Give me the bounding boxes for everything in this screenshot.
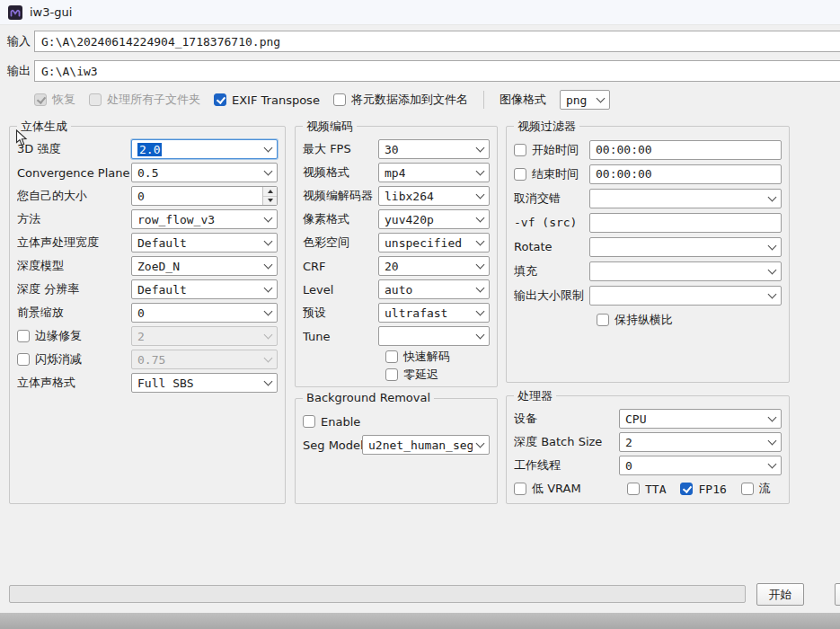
arrow-up-icon — [268, 190, 273, 193]
deinterlace-combobox[interactable] — [589, 189, 782, 208]
form-row: 最大 FPS 30 — [296, 137, 497, 161]
processor-group-title: 处理器 — [514, 388, 556, 404]
convergence-combobox[interactable]: 0.5 — [131, 163, 278, 182]
zero-latency-checkbox[interactable] — [385, 368, 398, 381]
depth-model-combobox[interactable]: ZoeD_N — [131, 256, 278, 276]
mouse-cursor — [15, 129, 28, 150]
spin-down-button[interactable] — [263, 196, 277, 206]
stream-checkbox[interactable] — [741, 483, 754, 495]
form-row: 闪烁消减 0.75 — [10, 348, 285, 371]
append-metadata-option: 将元数据添加到文件名 — [333, 92, 468, 108]
fp16-checkbox[interactable] — [680, 483, 693, 495]
method-combobox[interactable]: row_flow_v3 — [131, 209, 278, 229]
append-metadata-checkbox[interactable] — [333, 93, 346, 106]
spin-up-button[interactable] — [263, 187, 277, 196]
image-format-value: png — [566, 93, 587, 107]
exif-transpose-label: EXIF Transpose — [232, 93, 320, 107]
video-codec-combobox[interactable]: libx264 — [378, 186, 490, 206]
colorspace-value: unspecified — [385, 236, 462, 250]
output-row: 输出 G:\A\iw3 — [0, 60, 840, 82]
start-time-label: 开始时间 — [532, 142, 579, 158]
exif-transpose-option: EXIF Transpose — [214, 93, 320, 107]
form-row: 工作线程 0 — [507, 454, 789, 477]
pixel-format-combobox[interactable]: yuv420p — [378, 209, 490, 229]
stereo-width-combobox[interactable]: Default — [131, 233, 278, 252]
cropped-edge-button[interactable] — [835, 583, 840, 606]
start-button[interactable]: 开始 — [756, 583, 804, 606]
form-row: 深度 分辨率 Default — [10, 278, 285, 301]
form-row: 保持纵横比 — [507, 307, 789, 332]
foreground-scale-value: 0 — [137, 306, 145, 320]
exif-transpose-checkbox[interactable] — [214, 93, 226, 106]
end-time-value: 00:00:00 — [596, 167, 652, 181]
form-row: Tune — [296, 324, 497, 348]
input-label: 输入 — [7, 33, 34, 49]
level-combobox[interactable]: auto — [378, 279, 490, 299]
form-row: 像素格式 yuv420p — [296, 208, 497, 231]
max-fps-combobox[interactable]: 30 — [378, 139, 490, 159]
seg-model-combobox[interactable]: u2net_human_seg — [362, 435, 490, 455]
device-value: CPU — [625, 412, 646, 426]
form-row: 3D 强度 2.0 — [10, 137, 285, 161]
form-row: 取消交错 — [507, 186, 789, 210]
form-row: 结束时间 00:00:00 — [507, 162, 789, 186]
batch-size-combobox[interactable]: 2 — [619, 432, 782, 452]
filter-group-title: 视频过滤器 — [514, 119, 579, 135]
form-row: 深度 Batch Size 2 — [507, 430, 789, 454]
edge-fix-checkbox[interactable] — [17, 330, 30, 342]
input-path-field[interactable]: G:\A\20240614224904_1718376710.png — [34, 31, 840, 52]
preset-combobox[interactable]: ultrafast — [378, 303, 490, 323]
level-value: auto — [385, 283, 412, 297]
flicker-reduction-checkbox[interactable] — [17, 353, 30, 366]
form-row: 立体声处理宽度 Default — [10, 231, 285, 254]
subfolders-label: 处理所有子文件夹 — [107, 92, 200, 108]
seg-model-value: u2net_human_seg — [368, 439, 473, 452]
crf-combobox[interactable]: 20 — [378, 256, 490, 276]
rotate-combobox[interactable] — [589, 237, 782, 257]
input-row: 输入 G:\A\20240614224904_1718376710.png — [0, 31, 840, 52]
level-label: Level — [303, 283, 378, 297]
own-size-spinner[interactable]: 0 — [131, 186, 278, 206]
pad-label: 填充 — [514, 263, 589, 279]
end-time-field[interactable]: 00:00:00 — [589, 164, 782, 184]
strength-value: 2.0 — [137, 143, 162, 156]
colorspace-label: 色彩空间 — [303, 235, 378, 251]
flicker-reduction-label: 闪烁消减 — [35, 351, 82, 368]
device-label: 设备 — [514, 411, 619, 427]
keep-aspect-checkbox[interactable] — [597, 314, 609, 326]
video-codec-value: libx264 — [385, 190, 434, 203]
iw3-gui-window: { "window": { "title": "iw3-gui" }, "io"… — [0, 0, 840, 629]
device-combobox[interactable]: CPU — [619, 409, 782, 429]
vf-field[interactable] — [589, 213, 782, 233]
pad-combobox[interactable] — [589, 261, 782, 281]
fast-decode-checkbox[interactable] — [385, 350, 398, 363]
max-fps-label: 最大 FPS — [303, 141, 378, 157]
resume-label: 恢复 — [52, 92, 75, 108]
max-output-label: 输出大小限制 — [514, 288, 589, 304]
end-time-checkbox[interactable] — [514, 168, 526, 181]
bg-removal-enable-checkbox[interactable] — [303, 415, 315, 428]
workers-combobox[interactable]: 0 — [619, 456, 782, 475]
strength-combobox[interactable]: 2.0 — [131, 139, 278, 159]
video-format-combobox[interactable]: mp4 — [378, 163, 490, 182]
colorspace-combobox[interactable]: unspecified — [378, 233, 490, 252]
foreground-scale-combobox[interactable]: 0 — [131, 303, 278, 323]
stereo-format-combobox[interactable]: Full SBS — [131, 373, 278, 393]
depth-resolution-combobox[interactable]: Default — [131, 279, 278, 299]
batch-size-label: 深度 Batch Size — [514, 434, 619, 450]
start-time-field[interactable]: 00:00:00 — [589, 140, 782, 160]
max-output-combobox[interactable] — [589, 286, 782, 306]
video-format-label: 视频格式 — [303, 164, 378, 181]
form-row: 您自己的大小 0 — [10, 184, 285, 208]
stereo-format-label: 立体声格式 — [17, 375, 131, 391]
convergence-label: Convergence Plane — [17, 166, 131, 180]
start-time-value: 00:00:00 — [596, 143, 652, 156]
tune-label: Tune — [303, 330, 378, 343]
start-time-checkbox[interactable] — [514, 144, 526, 156]
low-vram-checkbox[interactable] — [514, 483, 526, 495]
convergence-value: 0.5 — [137, 166, 158, 180]
tta-checkbox[interactable] — [627, 483, 640, 495]
output-path-field[interactable]: G:\A\iw3 — [34, 60, 840, 82]
tune-combobox[interactable] — [378, 326, 490, 346]
background-removal-group: Background Removal Enable Seg Model u2ne… — [295, 398, 498, 504]
